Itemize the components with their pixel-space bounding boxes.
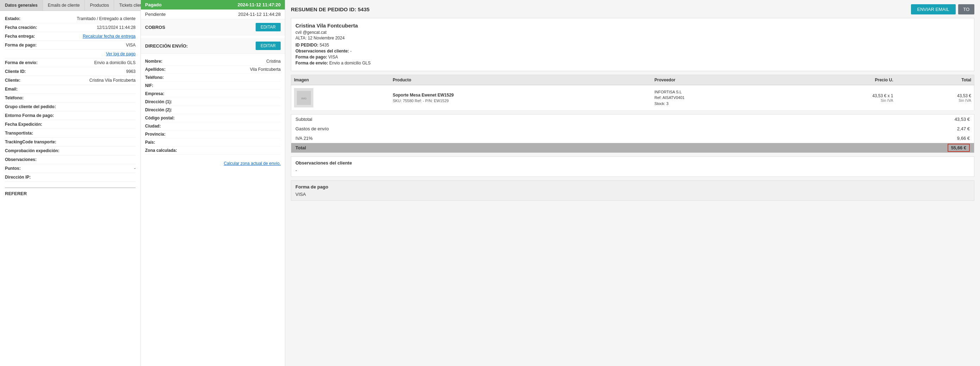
cobros-edit-button[interactable]: EDITAR: [256, 23, 281, 31]
telefono-row: Teléfono:: [5, 94, 135, 102]
col-imagen: Imagen: [291, 75, 390, 85]
puntos-row: Puntos: -: [5, 164, 135, 173]
comprobacion-label: Comprobación expedición:: [5, 148, 61, 153]
left-panel: Datos generales Emails de cliente Produc…: [0, 0, 141, 366]
addr-provincia-label: Provincia:: [145, 132, 191, 137]
addr-dir1-row: Dirección (1):: [145, 98, 281, 106]
addr-dir1-label: Dirección (1):: [145, 99, 191, 104]
ver-log-link[interactable]: Ver log de pago: [61, 51, 135, 56]
totals-table: Subtotal 43,53 € Gastos de envío 2,47 € …: [291, 115, 974, 153]
addr-pais-label: País:: [145, 140, 191, 145]
fecha-creacion-label: Fecha creación:: [5, 25, 61, 30]
ver-log-row: Ver log de pago: [5, 50, 135, 59]
tracking-label: TrackingCode transporte:: [5, 140, 61, 145]
iva-value: 9,66 €: [684, 134, 974, 143]
puntos-label: Puntos:: [5, 166, 61, 171]
direccion-title: DIRECCIÓN ENVÍO:: [145, 43, 188, 49]
transportista-label: Transportista:: [5, 131, 61, 135]
col-total: Total: [896, 75, 974, 85]
cliente-id-value: 9963: [61, 69, 135, 74]
customer-name: Cristina Vila Fontcuberta: [296, 22, 970, 29]
product-info-cell: Soporte Mesa Ewenet EW1529 SKU: 75580 Re…: [390, 85, 651, 111]
payment-method-title: Forma de pago: [296, 184, 970, 189]
addr-zona-label: Zona calculada:: [145, 148, 191, 153]
addr-nombre-value: Cristina: [191, 59, 281, 64]
cliente-value: Cristina Vila Fontcuberta: [61, 78, 135, 83]
total-value: 55,66 €: [684, 143, 974, 153]
addr-dir2-label: Dirección (2):: [145, 107, 191, 112]
direccion-header: DIRECCIÓN ENVÍO: EDITAR: [141, 38, 285, 54]
estado-row: Estado: Tramitado / Entregado a cliente: [5, 14, 135, 23]
recalcular-fecha-link[interactable]: Recalcular fecha de entrega: [61, 34, 135, 39]
addr-apellidos-value: Vila Fontcuberta: [191, 67, 281, 72]
puntos-value: -: [61, 166, 135, 171]
subtotal-value: 43,53 €: [684, 115, 974, 124]
addr-apellidos-row: Apellidos: Vila Fontcuberta: [145, 65, 281, 74]
fecha-creacion-row: Fecha creación: 12/11/2024 11:44:28: [5, 23, 135, 32]
observations-title: Observaciones del cliente: [296, 160, 970, 165]
enviar-email-button[interactable]: ENVIAR EMAIL: [911, 4, 956, 14]
addr-telefono-row: Teléfono:: [145, 74, 281, 82]
gastos-envio-row: Gastos de envío 2,47 €: [291, 124, 974, 134]
provider-ref: Ref: AISATV0401: [655, 95, 789, 101]
calcular-zona-link[interactable]: Calcular zona actual de envío.: [141, 158, 285, 169]
fecha-entrega-row: Fecha entrega: Recalcular fecha de entre…: [5, 32, 135, 41]
customer-alta: ALTA: 12 Noviembre 2024: [296, 36, 970, 40]
addr-apellidos-label: Apellidos:: [145, 67, 191, 72]
col-producto: Producto: [390, 75, 651, 85]
tab-datos-generales[interactable]: Datos generales: [0, 0, 43, 11]
meta-forma-envio: Forma de envío: Envio a domicilio GLS: [296, 60, 970, 65]
pending-bar: Pendiente 2024-11-12 11:44:28: [141, 10, 285, 19]
sku-label: SKU: 75580: [393, 99, 414, 103]
paid-bar: Pagado 2024-11-12 11:47:20: [141, 0, 285, 10]
cobros-header: COBROS EDITAR: [141, 19, 285, 35]
addr-dir2-row: Dirección (2):: [145, 106, 281, 114]
action-buttons: ENVIAR EMAIL TO: [911, 4, 974, 14]
meta-obs-label: Observaciones del cliente:: [296, 49, 349, 54]
direccion-edit-button[interactable]: EDITAR: [256, 41, 281, 50]
addr-provincia-row: Provincia:: [145, 130, 281, 138]
product-total-cell: 43,53 € Sin IVA: [896, 85, 974, 111]
gastos-value: 2,47 €: [684, 124, 974, 134]
addr-ciudad-row: Ciudad:: [145, 122, 281, 130]
addr-ciudad-label: Ciudad:: [145, 124, 191, 129]
product-table: Imagen Producto Proveedor Precio U. Tota…: [291, 75, 974, 111]
estado-value: Tramitado / Entregado a cliente: [61, 16, 135, 21]
tab-emails-cliente[interactable]: Emails de cliente: [43, 0, 85, 11]
total-row: Total 55,66 €: [291, 143, 974, 153]
subtotal-label: Subtotal: [291, 115, 684, 124]
meta-id-pedido: ID PEDIDO: 5435: [296, 43, 970, 48]
email-label: Email:: [5, 87, 61, 92]
paid-date: 2024-11-12 11:47:20: [238, 2, 281, 7]
meta-fe-label: Forma de envío:: [296, 60, 328, 65]
provider-name: INFORTISA S.L: [655, 89, 789, 95]
addr-nombre-label: Nombre:: [145, 59, 191, 64]
addr-cp-row: Código postal:: [145, 114, 281, 122]
fecha-expedicion-label: Fecha Expedición:: [5, 122, 61, 127]
addr-empresa-label: Empresa:: [145, 91, 191, 96]
tab-productos[interactable]: Productos: [85, 0, 114, 11]
subtotal-row: Subtotal 43,53 €: [291, 115, 974, 124]
address-section: Nombre: Cristina Apellidos: Vila Fontcub…: [141, 54, 285, 158]
meta-fe-value: Envio a domicilio GLS: [329, 60, 371, 65]
pn-label: P/N: EW1529: [425, 99, 449, 103]
col-precio: Precio U.: [792, 75, 896, 85]
order-header: RESUMEN DE PEDIDO ID: 5435 ENVIAR EMAIL …: [291, 4, 974, 14]
product-price: 43,53 € x 1: [795, 93, 893, 98]
product-sku: SKU: 75580 Ref: - P/N: EW1529: [393, 99, 649, 103]
total-label: Total: [291, 143, 684, 153]
addr-telefono-label: Teléfono:: [145, 75, 191, 80]
tabs-bar: Datos generales Emails de cliente Produc…: [0, 0, 140, 11]
product-image-cell: IMG: [291, 85, 390, 111]
product-price-note: Sin IVA: [795, 98, 893, 102]
meta-id-label: ID PEDIDO:: [296, 43, 318, 48]
addr-nif-row: NIF:: [145, 82, 281, 90]
product-row: IMG Soporte Mesa Ewenet EW1529 SKU: 7558…: [291, 85, 974, 111]
forma-envio-label: Forma de envío:: [5, 60, 61, 65]
to-button[interactable]: TO: [958, 4, 974, 14]
totals-section: Subtotal 43,53 € Gastos de envío 2,47 € …: [291, 114, 974, 153]
grupo-cliente-row: Grupo cliente del pedido:: [5, 102, 135, 111]
meta-obs-cliente: Observaciones del cliente: -: [296, 49, 970, 54]
fecha-entrega-label: Fecha entrega:: [5, 34, 61, 39]
payment-method-section: Forma de pago VISA: [291, 180, 974, 201]
